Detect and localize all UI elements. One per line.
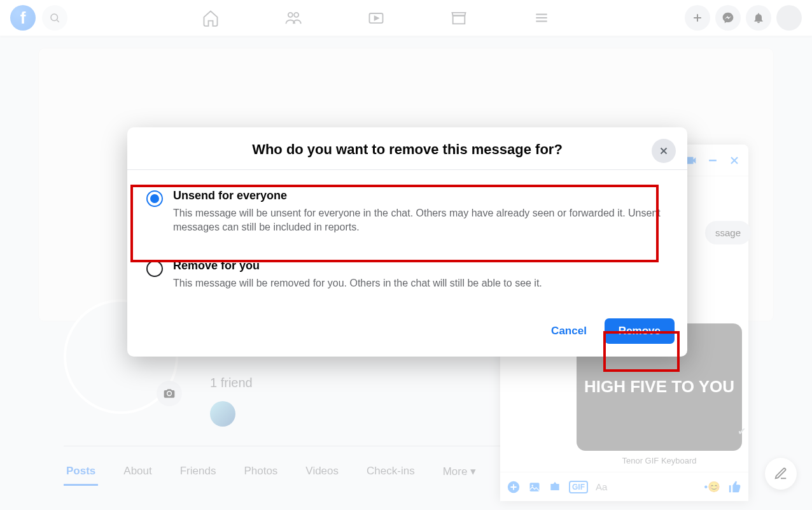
modal-body: Unsend for everyone This message will be… xyxy=(127,170,687,309)
cancel-button[interactable]: Cancel xyxy=(542,318,596,344)
close-icon xyxy=(728,154,741,167)
search-button[interactable] xyxy=(42,5,67,31)
chat-add-button[interactable] xyxy=(507,480,521,494)
people-icon xyxy=(284,9,302,27)
chat-emoji-button[interactable]: •😊 xyxy=(704,481,720,493)
option-description: This message will be unsent for everyone… xyxy=(173,206,668,235)
sticker-icon xyxy=(549,481,561,493)
svg-point-16 xyxy=(531,485,533,486)
chat-footer: GIF Aa •😊 xyxy=(500,472,748,501)
nav-avatar[interactable] xyxy=(776,5,802,31)
option-unsend-everyone[interactable]: Unsend for everyone This message will be… xyxy=(144,183,671,241)
thumb-icon xyxy=(728,480,742,494)
nav-messenger[interactable] xyxy=(715,5,741,31)
tab-more[interactable]: More ▾ xyxy=(440,458,479,486)
nav-marketplace[interactable] xyxy=(446,5,472,31)
remove-button[interactable]: Remove xyxy=(605,318,675,344)
hamburger-icon xyxy=(533,10,550,26)
option-description: This message will be removed for you. Ot… xyxy=(173,276,542,290)
chat-message-partial: ssage xyxy=(705,221,748,244)
radio-unsend-everyone[interactable] xyxy=(146,190,163,207)
friend-count: 1 friend xyxy=(210,376,253,390)
gif-caption: Tenor GIF Keyboard xyxy=(577,456,742,465)
camera-icon xyxy=(163,387,176,400)
close-icon xyxy=(658,145,669,157)
search-icon xyxy=(49,12,60,24)
messenger-icon xyxy=(722,11,734,24)
minimize-icon xyxy=(706,154,719,167)
remove-message-modal: Who do you want to remove this message f… xyxy=(127,127,687,357)
radio-remove-for-you[interactable] xyxy=(146,260,163,277)
nav-notifications[interactable] xyxy=(746,5,771,31)
nav-menu[interactable] xyxy=(529,5,554,31)
plus-circle-icon xyxy=(507,480,521,494)
tab-about[interactable]: About xyxy=(121,458,154,486)
new-message-button[interactable] xyxy=(765,458,797,490)
watch-icon xyxy=(367,9,385,27)
svg-point-2 xyxy=(288,13,293,17)
chat-input[interactable]: Aa xyxy=(596,481,696,492)
chat-sticker-button[interactable] xyxy=(549,481,561,493)
modal-title: Who do you want to remove this message f… xyxy=(165,141,649,158)
nav-create[interactable] xyxy=(685,5,710,31)
marketplace-icon xyxy=(450,9,468,27)
bell-icon xyxy=(752,11,765,24)
option-title: Remove for you xyxy=(173,259,542,273)
svg-line-1 xyxy=(57,20,59,22)
chat-photo-button[interactable] xyxy=(528,481,541,493)
nav-center xyxy=(67,5,685,31)
option-title: Unsend for everyone xyxy=(173,189,668,202)
friend-avatar[interactable] xyxy=(210,401,235,427)
chat-close-button[interactable] xyxy=(728,154,741,167)
modal-header: Who do you want to remove this message f… xyxy=(127,127,687,170)
svg-point-0 xyxy=(51,14,58,21)
tab-posts[interactable]: Posts xyxy=(64,458,98,486)
tab-checkins[interactable]: Check-ins xyxy=(364,458,417,486)
facebook-logo[interactable]: f xyxy=(10,5,36,31)
svg-point-3 xyxy=(294,13,298,17)
profile-tabs: Posts About Friends Photos Videos Check-… xyxy=(64,458,479,486)
modal-footer: Cancel Remove xyxy=(127,309,687,357)
update-photo-button[interactable] xyxy=(157,381,182,406)
tab-friends[interactable]: Friends xyxy=(178,458,219,486)
tab-videos[interactable]: Videos xyxy=(303,458,341,486)
nav-home[interactable] xyxy=(198,5,223,31)
svg-marker-5 xyxy=(375,17,379,20)
tab-photos[interactable]: Photos xyxy=(241,458,280,486)
svg-rect-15 xyxy=(530,483,540,491)
chat-gif-button[interactable]: GIF xyxy=(569,481,588,493)
photo-icon xyxy=(528,481,541,493)
chat-like-button[interactable] xyxy=(728,480,742,494)
nav-right xyxy=(685,5,802,31)
chat-minimize-button[interactable] xyxy=(706,154,719,167)
top-navigation: f xyxy=(0,0,812,36)
option-remove-for-you[interactable]: Remove for you This message will be remo… xyxy=(144,253,671,297)
plus-icon xyxy=(691,11,704,24)
nav-friends[interactable] xyxy=(281,5,306,31)
seen-indicator: ✔︎ xyxy=(738,425,746,437)
nav-watch[interactable] xyxy=(363,5,389,31)
modal-close-button[interactable] xyxy=(652,139,676,163)
home-icon xyxy=(202,9,220,27)
compose-icon xyxy=(774,467,788,481)
